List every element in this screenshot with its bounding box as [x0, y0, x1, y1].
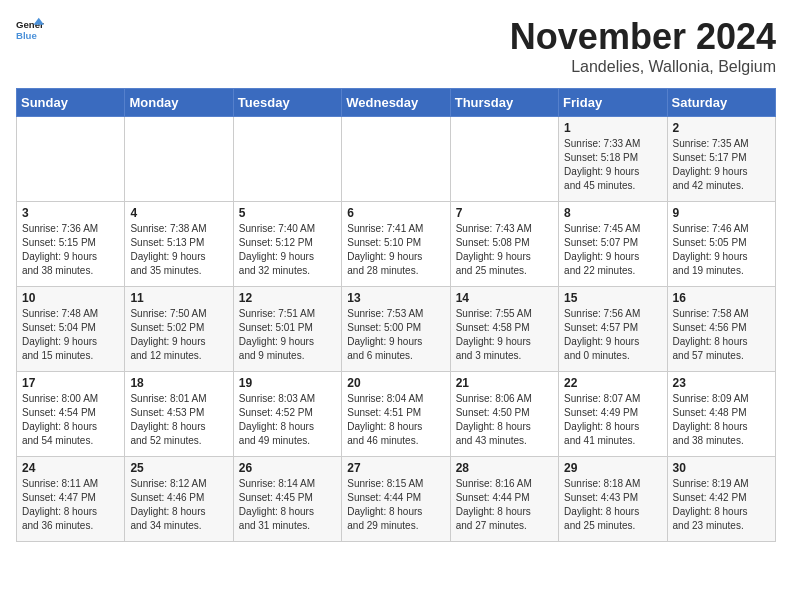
day-info: Sunrise: 7:50 AM Sunset: 5:02 PM Dayligh… — [130, 307, 227, 363]
calendar-cell: 7Sunrise: 7:43 AM Sunset: 5:08 PM Daylig… — [450, 202, 558, 287]
day-info: Sunrise: 7:43 AM Sunset: 5:08 PM Dayligh… — [456, 222, 553, 278]
day-info: Sunrise: 7:45 AM Sunset: 5:07 PM Dayligh… — [564, 222, 661, 278]
day-number: 19 — [239, 376, 336, 390]
day-info: Sunrise: 8:07 AM Sunset: 4:49 PM Dayligh… — [564, 392, 661, 448]
day-number: 9 — [673, 206, 770, 220]
calendar-cell: 14Sunrise: 7:55 AM Sunset: 4:58 PM Dayli… — [450, 287, 558, 372]
day-info: Sunrise: 7:58 AM Sunset: 4:56 PM Dayligh… — [673, 307, 770, 363]
day-info: Sunrise: 7:36 AM Sunset: 5:15 PM Dayligh… — [22, 222, 119, 278]
calendar-cell: 28Sunrise: 8:16 AM Sunset: 4:44 PM Dayli… — [450, 457, 558, 542]
day-info: Sunrise: 7:53 AM Sunset: 5:00 PM Dayligh… — [347, 307, 444, 363]
day-info: Sunrise: 7:40 AM Sunset: 5:12 PM Dayligh… — [239, 222, 336, 278]
day-info: Sunrise: 8:19 AM Sunset: 4:42 PM Dayligh… — [673, 477, 770, 533]
day-info: Sunrise: 8:11 AM Sunset: 4:47 PM Dayligh… — [22, 477, 119, 533]
calendar-cell: 8Sunrise: 7:45 AM Sunset: 5:07 PM Daylig… — [559, 202, 667, 287]
weekday-header-friday: Friday — [559, 89, 667, 117]
calendar-cell: 2Sunrise: 7:35 AM Sunset: 5:17 PM Daylig… — [667, 117, 775, 202]
weekday-header-thursday: Thursday — [450, 89, 558, 117]
day-number: 3 — [22, 206, 119, 220]
calendar-cell: 18Sunrise: 8:01 AM Sunset: 4:53 PM Dayli… — [125, 372, 233, 457]
month-title: November 2024 — [510, 16, 776, 58]
calendar-cell: 29Sunrise: 8:18 AM Sunset: 4:43 PM Dayli… — [559, 457, 667, 542]
calendar-cell: 27Sunrise: 8:15 AM Sunset: 4:44 PM Dayli… — [342, 457, 450, 542]
day-info: Sunrise: 8:12 AM Sunset: 4:46 PM Dayligh… — [130, 477, 227, 533]
day-number: 25 — [130, 461, 227, 475]
day-info: Sunrise: 7:46 AM Sunset: 5:05 PM Dayligh… — [673, 222, 770, 278]
day-number: 16 — [673, 291, 770, 305]
calendar-cell: 9Sunrise: 7:46 AM Sunset: 5:05 PM Daylig… — [667, 202, 775, 287]
day-number: 12 — [239, 291, 336, 305]
day-number: 26 — [239, 461, 336, 475]
day-number: 21 — [456, 376, 553, 390]
day-number: 13 — [347, 291, 444, 305]
day-number: 11 — [130, 291, 227, 305]
calendar-cell — [233, 117, 341, 202]
day-info: Sunrise: 7:48 AM Sunset: 5:04 PM Dayligh… — [22, 307, 119, 363]
calendar-cell: 11Sunrise: 7:50 AM Sunset: 5:02 PM Dayli… — [125, 287, 233, 372]
calendar-cell: 24Sunrise: 8:11 AM Sunset: 4:47 PM Dayli… — [17, 457, 125, 542]
day-info: Sunrise: 7:51 AM Sunset: 5:01 PM Dayligh… — [239, 307, 336, 363]
day-number: 24 — [22, 461, 119, 475]
day-info: Sunrise: 8:06 AM Sunset: 4:50 PM Dayligh… — [456, 392, 553, 448]
weekday-header-sunday: Sunday — [17, 89, 125, 117]
day-number: 20 — [347, 376, 444, 390]
day-number: 6 — [347, 206, 444, 220]
weekday-header-wednesday: Wednesday — [342, 89, 450, 117]
logo-icon: General Blue — [16, 16, 44, 44]
weekday-header-monday: Monday — [125, 89, 233, 117]
day-number: 23 — [673, 376, 770, 390]
calendar-cell: 17Sunrise: 8:00 AM Sunset: 4:54 PM Dayli… — [17, 372, 125, 457]
day-info: Sunrise: 8:01 AM Sunset: 4:53 PM Dayligh… — [130, 392, 227, 448]
day-info: Sunrise: 7:55 AM Sunset: 4:58 PM Dayligh… — [456, 307, 553, 363]
page-header: General Blue November 2024 Landelies, Wa… — [16, 16, 776, 76]
calendar-cell: 21Sunrise: 8:06 AM Sunset: 4:50 PM Dayli… — [450, 372, 558, 457]
calendar-cell: 13Sunrise: 7:53 AM Sunset: 5:00 PM Dayli… — [342, 287, 450, 372]
day-info: Sunrise: 8:15 AM Sunset: 4:44 PM Dayligh… — [347, 477, 444, 533]
day-number: 8 — [564, 206, 661, 220]
calendar-week-1: 3Sunrise: 7:36 AM Sunset: 5:15 PM Daylig… — [17, 202, 776, 287]
calendar-cell: 23Sunrise: 8:09 AM Sunset: 4:48 PM Dayli… — [667, 372, 775, 457]
calendar-cell: 30Sunrise: 8:19 AM Sunset: 4:42 PM Dayli… — [667, 457, 775, 542]
day-number: 27 — [347, 461, 444, 475]
title-block: November 2024 Landelies, Wallonia, Belgi… — [510, 16, 776, 76]
calendar-cell: 6Sunrise: 7:41 AM Sunset: 5:10 PM Daylig… — [342, 202, 450, 287]
day-number: 28 — [456, 461, 553, 475]
calendar-week-2: 10Sunrise: 7:48 AM Sunset: 5:04 PM Dayli… — [17, 287, 776, 372]
day-number: 22 — [564, 376, 661, 390]
day-info: Sunrise: 7:38 AM Sunset: 5:13 PM Dayligh… — [130, 222, 227, 278]
day-number: 10 — [22, 291, 119, 305]
calendar-cell: 5Sunrise: 7:40 AM Sunset: 5:12 PM Daylig… — [233, 202, 341, 287]
calendar-cell: 25Sunrise: 8:12 AM Sunset: 4:46 PM Dayli… — [125, 457, 233, 542]
day-number: 2 — [673, 121, 770, 135]
day-info: Sunrise: 7:41 AM Sunset: 5:10 PM Dayligh… — [347, 222, 444, 278]
calendar-cell: 12Sunrise: 7:51 AM Sunset: 5:01 PM Dayli… — [233, 287, 341, 372]
day-info: Sunrise: 7:33 AM Sunset: 5:18 PM Dayligh… — [564, 137, 661, 193]
calendar-cell: 22Sunrise: 8:07 AM Sunset: 4:49 PM Dayli… — [559, 372, 667, 457]
day-number: 15 — [564, 291, 661, 305]
day-info: Sunrise: 7:56 AM Sunset: 4:57 PM Dayligh… — [564, 307, 661, 363]
day-info: Sunrise: 8:18 AM Sunset: 4:43 PM Dayligh… — [564, 477, 661, 533]
calendar-table: SundayMondayTuesdayWednesdayThursdayFrid… — [16, 88, 776, 542]
calendar-cell — [342, 117, 450, 202]
calendar-cell: 15Sunrise: 7:56 AM Sunset: 4:57 PM Dayli… — [559, 287, 667, 372]
day-number: 4 — [130, 206, 227, 220]
calendar-cell — [17, 117, 125, 202]
day-number: 14 — [456, 291, 553, 305]
day-info: Sunrise: 8:09 AM Sunset: 4:48 PM Dayligh… — [673, 392, 770, 448]
calendar-cell: 16Sunrise: 7:58 AM Sunset: 4:56 PM Dayli… — [667, 287, 775, 372]
calendar-cell — [125, 117, 233, 202]
day-info: Sunrise: 8:04 AM Sunset: 4:51 PM Dayligh… — [347, 392, 444, 448]
calendar-cell: 4Sunrise: 7:38 AM Sunset: 5:13 PM Daylig… — [125, 202, 233, 287]
day-number: 7 — [456, 206, 553, 220]
logo: General Blue — [16, 16, 44, 44]
location-title: Landelies, Wallonia, Belgium — [510, 58, 776, 76]
day-number: 5 — [239, 206, 336, 220]
calendar-cell: 10Sunrise: 7:48 AM Sunset: 5:04 PM Dayli… — [17, 287, 125, 372]
calendar-cell: 20Sunrise: 8:04 AM Sunset: 4:51 PM Dayli… — [342, 372, 450, 457]
weekday-header-tuesday: Tuesday — [233, 89, 341, 117]
calendar-cell: 3Sunrise: 7:36 AM Sunset: 5:15 PM Daylig… — [17, 202, 125, 287]
calendar-cell — [450, 117, 558, 202]
day-number: 30 — [673, 461, 770, 475]
day-info: Sunrise: 8:00 AM Sunset: 4:54 PM Dayligh… — [22, 392, 119, 448]
day-info: Sunrise: 8:03 AM Sunset: 4:52 PM Dayligh… — [239, 392, 336, 448]
